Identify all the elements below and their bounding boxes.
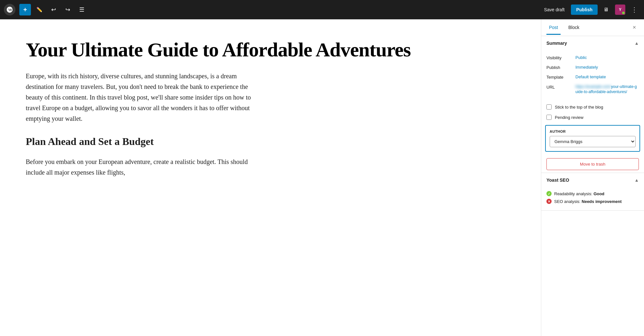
document-overview-button[interactable]: ☰ xyxy=(76,4,88,15)
wp-logo-icon[interactable] xyxy=(4,4,15,15)
seo-label: SEO analysis: xyxy=(554,199,582,204)
publish-button[interactable]: Publish xyxy=(571,5,598,15)
tab-post[interactable]: Post xyxy=(546,21,561,35)
editor-area: Your Ultimate Guide to Affordable Advent… xyxy=(0,19,541,336)
yoast-header[interactable]: Yoast SEO ▲ xyxy=(541,173,644,187)
sidebar-tabs: Post Block × xyxy=(541,19,644,36)
seo-dot-icon: ✕ xyxy=(546,199,552,204)
stick-to-top-label[interactable]: Stick to the top of the blog xyxy=(555,105,603,110)
more-options-button[interactable]: ⋮ xyxy=(629,4,640,15)
save-draft-button[interactable]: Save draft xyxy=(540,5,569,14)
readability-text: Readability analysis: Good xyxy=(554,191,604,196)
visibility-value[interactable]: Public xyxy=(575,55,639,61)
template-row: Template Default template xyxy=(546,72,639,82)
seo-row: ✕ SEO analysis: Needs improvement xyxy=(546,197,639,205)
author-select[interactable]: Gemma Briggs Admin xyxy=(550,136,636,147)
move-to-trash-button[interactable]: Move to trash xyxy=(546,158,639,170)
visibility-row: Visibility Public xyxy=(546,53,639,62)
view-button[interactable]: 🖥 xyxy=(600,4,612,15)
seo-text: SEO analysis: Needs improvement xyxy=(554,199,622,204)
seo-value: Needs improvement xyxy=(582,199,621,204)
paragraph-2[interactable]: Before you embark on your European adven… xyxy=(26,157,251,178)
readability-dot-icon: ✓ xyxy=(546,191,552,196)
readability-value: Good xyxy=(593,191,604,196)
post-body: Europe, with its rich history, diverse c… xyxy=(26,71,251,178)
visibility-label: Visibility xyxy=(546,55,575,60)
stick-to-top-checkbox[interactable] xyxy=(546,104,552,110)
pencil-icon: ✏️ xyxy=(36,7,43,13)
publish-label: Publish xyxy=(546,64,575,70)
pending-review-row: Pending review xyxy=(541,112,644,122)
sidebar-close-button[interactable]: × xyxy=(630,23,639,32)
yoast-toggle-button[interactable]: ▲ xyxy=(634,178,639,183)
url-label: URL xyxy=(546,84,575,90)
url-row: URL https://example.com/your-ultimate-gu… xyxy=(546,82,639,97)
add-block-button[interactable]: + xyxy=(19,4,31,15)
paragraph-1[interactable]: Europe, with its rich history, diverse c… xyxy=(26,71,251,124)
main-area: Your Ultimate Guide to Affordable Advent… xyxy=(0,19,644,336)
url-blur-part: https://example.com/ xyxy=(575,84,611,89)
tools-button[interactable]: ✏️ xyxy=(33,4,45,15)
author-section: AUTHOR Gemma Briggs Admin xyxy=(545,125,640,152)
summary-title: Summary xyxy=(546,41,567,46)
post-title[interactable]: Your Ultimate Guide to Affordable Advent… xyxy=(26,39,515,61)
toolbar: + ✏️ ↩ ↪ ☰ Save draft Publish 🖥 Y ⋮ xyxy=(0,0,644,19)
yoast-plugin-icon[interactable]: Y xyxy=(615,5,625,15)
pending-review-checkbox[interactable] xyxy=(546,115,552,120)
author-label: AUTHOR xyxy=(550,130,636,133)
yoast-items: ✓ Readability analysis: Good ✕ SEO analy… xyxy=(541,187,644,210)
yoast-section: Yoast SEO ▲ ✓ Readability analysis: Good… xyxy=(541,173,644,211)
summary-rows: Visibility Public Publish Immediately Te… xyxy=(541,50,644,102)
stick-to-top-row: Stick to the top of the blog xyxy=(541,102,644,112)
template-label: Template xyxy=(546,74,575,80)
summary-section-header[interactable]: Summary ▲ xyxy=(541,36,644,50)
readability-label: Readability analysis: xyxy=(554,191,593,196)
publish-value[interactable]: Immediately xyxy=(575,64,639,70)
publish-row: Publish Immediately xyxy=(546,62,639,72)
yoast-title: Yoast SEO xyxy=(546,178,569,183)
sidebar: Post Block × Summary ▲ Visibility Public… xyxy=(541,19,644,336)
url-value[interactable]: https://example.com/your-ultimate-guide-… xyxy=(575,84,639,95)
template-value[interactable]: Default template xyxy=(575,74,639,80)
summary-toggle-button[interactable]: ▲ xyxy=(634,41,639,46)
monitor-icon: 🖥 xyxy=(603,7,609,13)
readability-row: ✓ Readability analysis: Good xyxy=(546,190,639,197)
undo-button[interactable]: ↩ xyxy=(48,4,59,15)
heading-1[interactable]: Plan Ahead and Set a Budget xyxy=(26,133,251,150)
pending-review-label[interactable]: Pending review xyxy=(555,115,583,120)
redo-button[interactable]: ↪ xyxy=(62,4,73,15)
tab-block[interactable]: Block xyxy=(566,21,582,35)
summary-section: Summary ▲ Visibility Public Publish Imme… xyxy=(541,36,644,173)
trash-row: Move to trash xyxy=(541,154,644,173)
